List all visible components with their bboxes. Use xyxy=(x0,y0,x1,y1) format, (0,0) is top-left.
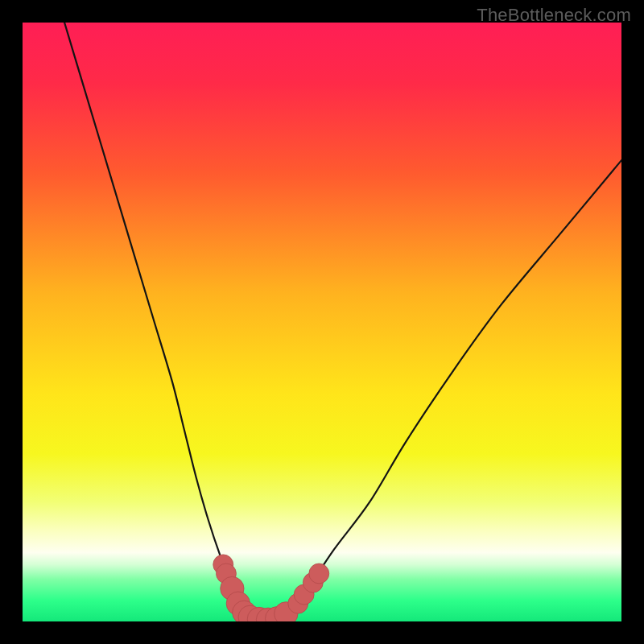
chart-background-gradient xyxy=(23,23,621,621)
chart-marker xyxy=(309,564,329,584)
chart-plot-area xyxy=(23,23,621,621)
chart-svg xyxy=(23,23,621,621)
frame-background: TheBottleneck.com xyxy=(0,0,644,644)
watermark-label: TheBottleneck.com xyxy=(477,5,631,26)
